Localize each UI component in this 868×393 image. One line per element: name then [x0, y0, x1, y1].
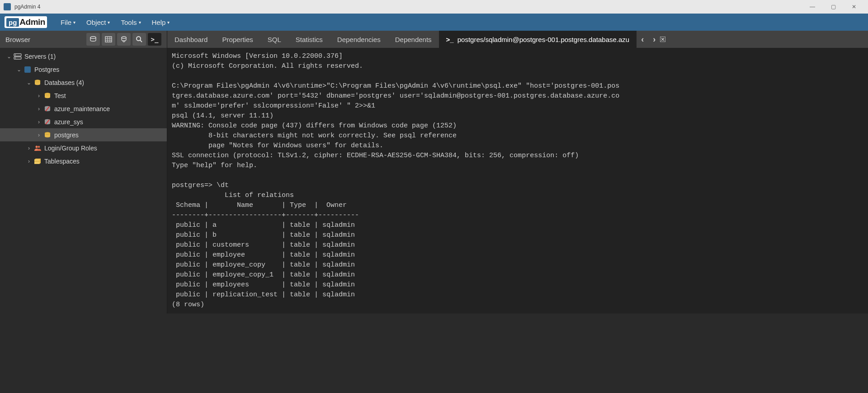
db-gray-icon: [43, 118, 52, 126]
db-gray-icon: [43, 105, 52, 112]
tree-item[interactable]: ›Test: [0, 89, 167, 102]
tree-item[interactable]: ›Login/Group Roles: [0, 141, 167, 154]
db-group-icon: [33, 79, 42, 86]
app-logo: pgAdmin: [5, 16, 47, 28]
menubar: pgAdmin File▾Object▾Tools▾Help▾: [0, 14, 868, 31]
tab-nav-prev[interactable]: ‹: [637, 35, 648, 44]
terminal-icon: >_: [446, 36, 454, 43]
db-icon: [43, 92, 52, 99]
sidebar: Browser >_ ⌄Servers (1)⌄Postgres⌄Databas…: [0, 31, 167, 313]
tree-item[interactable]: ›azure_maintenance: [0, 102, 167, 115]
content-area: DashboardPropertiesSQLStatisticsDependen…: [167, 31, 868, 313]
tabbar: DashboardPropertiesSQLStatisticsDependen…: [167, 31, 868, 48]
tree-item-label: Servers (1): [24, 53, 56, 60]
tree-toggle-icon[interactable]: ›: [35, 93, 42, 99]
svg-point-24: [38, 145, 40, 147]
tab-properties[interactable]: Properties: [215, 31, 260, 48]
tree-item-label: Tablespaces: [44, 158, 80, 165]
tab-dependencies[interactable]: Dependencies: [330, 31, 388, 48]
window-minimize-button[interactable]: —: [802, 0, 823, 14]
toolbar-button-2[interactable]: [102, 33, 115, 46]
sidebar-header: Browser >_: [0, 31, 167, 48]
tree-toggle-icon[interactable]: ›: [35, 106, 42, 112]
object-tree: ⌄Servers (1)⌄Postgres⌄Databases (4)›Test…: [0, 48, 167, 169]
tab-close-icon[interactable]: [660, 37, 672, 42]
menu-object[interactable]: Object▾: [81, 16, 115, 29]
tree-item-label: postgres: [54, 131, 79, 139]
svg-point-11: [15, 54, 16, 55]
window-close-button[interactable]: ✕: [844, 0, 864, 14]
window-maximize-button[interactable]: ▢: [823, 0, 844, 14]
toolbar-button-3[interactable]: [117, 33, 131, 46]
window-titlebar: pgAdmin 4 — ▢ ✕: [0, 0, 868, 14]
sidebar-title: Browser: [5, 36, 85, 43]
tab-statistics[interactable]: Statistics: [288, 31, 330, 48]
roles-icon: [33, 145, 42, 152]
tree-item-label: azure_maintenance: [54, 105, 110, 112]
tab-dashboard[interactable]: Dashboard: [167, 31, 215, 48]
tree-item-label: azure_sys: [54, 118, 83, 126]
svg-point-12: [15, 57, 16, 58]
tree-toggle-icon[interactable]: ⌄: [15, 66, 23, 73]
elephant-icon: [24, 66, 32, 73]
tree-item-label: Login/Group Roles: [44, 145, 97, 152]
tree-item-label: Test: [54, 92, 66, 99]
tree-item[interactable]: ›postgres: [0, 128, 167, 141]
tree-item[interactable]: ⌄Postgres: [0, 63, 167, 76]
server-icon: [14, 53, 22, 60]
tree-item-label: Postgres: [34, 66, 59, 73]
tree-item[interactable]: ⌄Databases (4): [0, 76, 167, 89]
toolbar-psql-button[interactable]: >_: [148, 33, 161, 46]
tablespace-icon: [33, 158, 42, 165]
menu-help[interactable]: Help▾: [146, 16, 175, 29]
svg-point-7: [137, 37, 141, 41]
window-title: pgAdmin 4: [14, 4, 802, 10]
tab-psql-active[interactable]: >_ postgres/sqladmin@postgres-001.postgr…: [439, 31, 637, 48]
svg-point-0: [90, 37, 96, 38]
tree-toggle-icon[interactable]: ›: [35, 119, 42, 125]
app-icon: [4, 3, 11, 10]
tab-psql-label: postgres/sqladmin@postgres-001.postgres.…: [458, 36, 629, 43]
svg-rect-1: [105, 37, 112, 42]
svg-point-6: [122, 37, 126, 38]
toolbar-button-1[interactable]: [86, 33, 100, 46]
logo-admin: Admin: [19, 17, 45, 27]
db-icon: [43, 131, 52, 139]
tab-dependents[interactable]: Dependents: [388, 31, 439, 48]
tree-item-label: Databases (4): [44, 79, 84, 86]
svg-point-23: [36, 145, 38, 148]
tree-toggle-icon[interactable]: ⌄: [5, 53, 13, 60]
tab-sql[interactable]: SQL: [260, 31, 288, 48]
tree-toggle-icon[interactable]: ⌄: [25, 80, 33, 86]
tree-item[interactable]: ›azure_sys: [0, 115, 167, 128]
tree-item[interactable]: ›Tablespaces: [0, 154, 167, 168]
tree-item[interactable]: ⌄Servers (1): [0, 50, 167, 63]
toolbar-search-button[interactable]: [132, 33, 146, 46]
svg-line-8: [140, 40, 142, 42]
main-area: Browser >_ ⌄Servers (1)⌄Postgres⌄Databas…: [0, 31, 868, 313]
menu-tools[interactable]: Tools▾: [115, 16, 146, 29]
tree-toggle-icon[interactable]: ›: [25, 158, 33, 164]
menu-file[interactable]: File▾: [55, 16, 81, 29]
logo-pg: pg: [6, 18, 19, 27]
tree-toggle-icon[interactable]: ›: [35, 132, 42, 138]
terminal-output[interactable]: Microsoft Windows [Version 10.0.22000.37…: [167, 48, 868, 313]
tab-nav-next[interactable]: ›: [648, 35, 660, 44]
tree-toggle-icon[interactable]: ›: [25, 145, 33, 151]
